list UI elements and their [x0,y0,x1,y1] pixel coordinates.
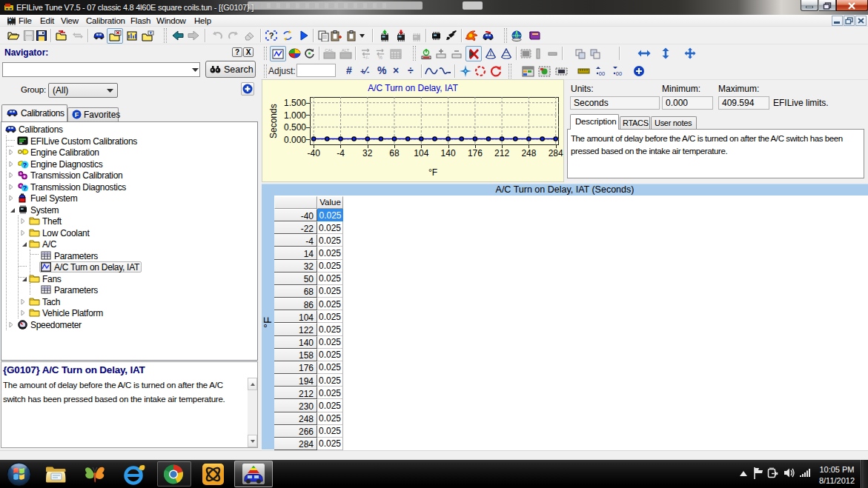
svg-text:00: 00 [615,70,621,76]
svg-text:00: 00 [598,70,604,76]
svg-text:CAL: CAL [325,48,334,53]
svg-text:+/-: +/- [362,55,369,59]
svg-text:?: ? [23,161,27,169]
svg-text:?: ? [23,184,27,192]
svg-text:?: ? [269,31,274,40]
svg-text:ALT: ALT [341,48,349,53]
svg-text:%: % [378,54,382,59]
svg-text:F: F [75,111,79,118]
